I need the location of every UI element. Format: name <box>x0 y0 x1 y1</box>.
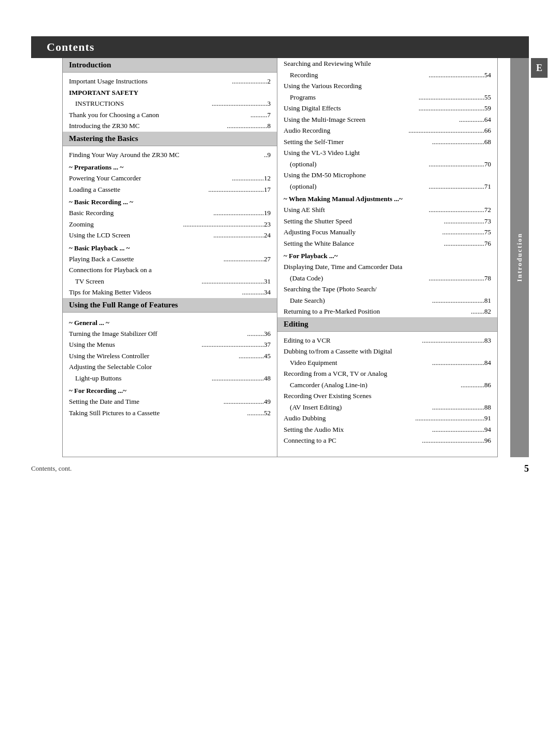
sub-header: ~ Basic Recording ... ~ <box>63 195 277 207</box>
content-area: IntroductionImportant Usage Instructions… <box>62 58 498 457</box>
toc-entry-indent: Camcorder (Analog Line-in)..............… <box>277 379 497 391</box>
toc-entry: Using the Various Recording <box>277 80 497 92</box>
entry-dots: .....................................83 <box>422 335 491 346</box>
entry-text: Setting the White Balance <box>284 238 444 249</box>
entry-dots: ........................................… <box>409 125 491 136</box>
entry-text: Setting the Self-Timer <box>284 137 432 147</box>
entry-text: Connections for Playback on a <box>69 265 271 275</box>
bottom-text: Contents, cont. <box>31 464 72 473</box>
entry-text: Using Digital Effects <box>284 103 418 114</box>
sub-header: ~ Basic Playback ... ~ <box>63 241 277 253</box>
toc-entry-indent: TV Screen...............................… <box>63 276 277 287</box>
entry-dots: ...............................81 <box>432 295 491 306</box>
toc-entry: Using Digital Effects...................… <box>277 103 497 114</box>
sub-header: ~ General ... ~ <box>63 316 277 328</box>
entry-dots: .....................................96 <box>422 435 491 446</box>
entry-text: Finding Your Way Around the ZR30 MC <box>69 150 264 160</box>
sub-header: ~ For Playback ...~ <box>277 249 497 261</box>
entry-dots: .................................17 <box>208 185 271 195</box>
toc-entry-indent: Programs................................… <box>277 92 497 103</box>
toc-entry: Searching the Tape (Photo Search/ <box>277 284 497 295</box>
entry-text: Taking Still Pictures to a Cassette <box>69 408 247 418</box>
entry-dots: .....................2 <box>232 76 271 87</box>
entry-text: Audio Recording <box>284 125 409 136</box>
entry-dots: ........................................… <box>415 413 491 424</box>
entry-text: Powering Your Camcorder <box>69 173 232 184</box>
entry-text: Using the LCD Screen <box>69 230 214 241</box>
entry-dots: ...............................94 <box>432 425 491 435</box>
entry-text: TV Screen <box>75 276 202 287</box>
main-title-bar: Contents <box>31 36 529 58</box>
section-header: Introduction <box>63 58 277 73</box>
section-header: Mastering the Basics <box>63 132 277 146</box>
right-column: Searching and Reviewing WhileRecording..… <box>277 58 497 457</box>
bottom-bar: Contents, cont. 5 <box>0 457 560 474</box>
toc-entry: Connections for Playback on a <box>63 264 277 276</box>
toc-entry: Using the VL-3 Video Light <box>277 147 497 159</box>
entry-dots: ...............................88 <box>432 402 491 413</box>
toc-entry: Audio Dubbing...........................… <box>277 413 497 424</box>
entry-text: Editing to a VCR <box>284 335 422 346</box>
entry-text: Date Search) <box>290 295 432 306</box>
entry-text: Basic Recording <box>69 208 214 218</box>
entry-text: Adjusting Focus Manually <box>284 227 442 237</box>
toc-entry: Using the LCD Screen....................… <box>63 230 277 241</box>
toc-entry: Using the Multi-Image Screen............… <box>277 114 497 125</box>
toc-entry-indent: Video Equipment.........................… <box>277 357 497 369</box>
entry-text: IMPORTANT SAFETY <box>69 88 271 98</box>
toc-entry-indent: (optional)..............................… <box>277 159 497 170</box>
toc-entry: Displaying Date, Time and Camcorder Data <box>277 261 497 273</box>
toc-entry: Turning the Image Stabilizer Off........… <box>63 328 277 340</box>
entry-text: Playing Back a Cassette <box>69 254 223 264</box>
toc-entry-indent: Recording...............................… <box>277 69 497 81</box>
entry-dots: ........................76 <box>444 238 491 249</box>
entry-dots: .................................54 <box>429 70 491 80</box>
entry-text: (AV Insert Editing) <box>290 402 432 413</box>
right-sidebar: Introduction <box>510 58 529 457</box>
toc-entry: Using the Menus.........................… <box>63 339 277 350</box>
entry-dots: ........................27 <box>223 254 271 264</box>
entry-text: Dubbing to/from a Cassette with Digital <box>284 346 491 357</box>
entry-dots: ...............64 <box>459 115 491 125</box>
entry-text: Using the VL-3 Video Light <box>284 148 491 158</box>
entry-text: Setting the Audio Mix <box>284 425 432 435</box>
toc-entry-indent: INSTRUCTIONS............................… <box>63 98 277 109</box>
entry-dots: .................................3 <box>212 98 271 109</box>
toc-entry: Using AE Shift..........................… <box>277 204 497 216</box>
entry-text: Displaying Date, Time and Camcorder Data <box>284 262 491 272</box>
entry-dots: .................................71 <box>429 181 491 192</box>
entry-dots: .................................70 <box>429 159 491 170</box>
toc-entry: Connecting to a PC......................… <box>277 435 497 446</box>
sub-header: ~ When Making Manual Adjustments ...~ <box>277 192 497 204</box>
entry-dots: ...............................68 <box>432 137 491 147</box>
toc-entry-indent: (AV Insert Editing).....................… <box>277 402 497 413</box>
toc-entry: Editing to a VCR........................… <box>277 335 497 346</box>
entry-text: Turning the Image Stabilizer Off <box>69 329 247 339</box>
entry-text: Zooming <box>69 219 183 230</box>
page: Contents IntroductionImportant Usage Ins… <box>0 0 560 748</box>
section-header: Using the Full Range of Features <box>63 298 277 313</box>
entry-dots: .............34 <box>242 287 271 298</box>
toc-entry: Playing Back a Cassette.................… <box>63 253 277 265</box>
entry-dots: .................................78 <box>429 273 491 284</box>
entry-dots: ..............86 <box>461 380 492 390</box>
section-header: Editing <box>277 317 497 332</box>
toc-entry: Recording from a VCR, TV or Analog <box>277 368 497 379</box>
entry-text: (optional) <box>290 159 429 170</box>
toc-entry: Returning to a Pre-Marked Position......… <box>277 306 497 317</box>
toc-entry-indent: Date Search)............................… <box>277 295 497 306</box>
entry-dots: .......................................5… <box>418 103 491 114</box>
toc-entry: Setting the Audio Mix...................… <box>277 424 497 435</box>
toc-entry: Recording Over Existing Scenes <box>277 390 497 402</box>
toc-entry: Loading a Cassette......................… <box>63 184 277 195</box>
entry-text: Programs <box>290 92 418 103</box>
entry-dots: .....................................37 <box>202 340 271 350</box>
entry-text: Loading a Cassette <box>69 185 208 195</box>
entry-text: Recording Over Existing Scenes <box>284 391 491 401</box>
sub-header: ~ For Recording ...~ <box>63 384 277 396</box>
entry-text: Using the Various Recording <box>284 81 491 91</box>
entry-dots: ........................8 <box>227 121 271 131</box>
page-title: Contents <box>47 40 94 53</box>
entry-text: Searching the Tape (Photo Search/ <box>284 284 491 294</box>
entry-dots: ..........52 <box>247 408 271 418</box>
